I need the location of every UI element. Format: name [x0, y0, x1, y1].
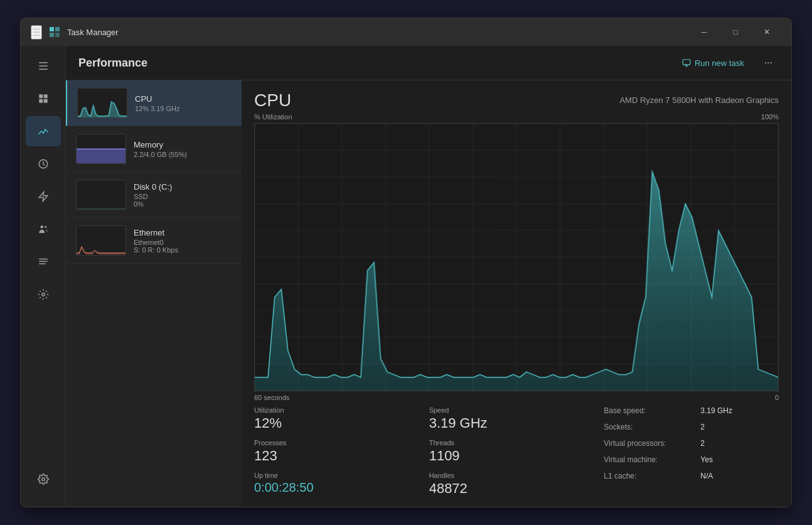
stat-uptime: Up time 0:00:28:50: [254, 472, 429, 495]
speed-label: Speed: [429, 406, 604, 414]
cpu-mini-chart: [77, 88, 127, 118]
svg-rect-3: [55, 33, 60, 37]
main-panel: Performance Run new task ···: [66, 46, 791, 507]
disk-mini-canvas: [77, 180, 126, 209]
disk-value: SSD 0%: [134, 193, 232, 208]
cpu-header: CPU AMD Ryzen 7 5800H with Radeon Graphi…: [254, 90, 779, 111]
detail-virtual-processors: Virtual processors: 2: [604, 439, 779, 448]
speed-value: 3.19 GHz: [429, 415, 604, 431]
maximize-button[interactable]: □: [721, 22, 750, 42]
ethernet-mini-canvas: [77, 226, 126, 255]
header-actions: Run new task ···: [676, 53, 779, 72]
more-options-button[interactable]: ···: [758, 53, 779, 72]
svg-point-12: [40, 225, 43, 229]
memory-value: 2.2/4.0 GB (55%): [134, 151, 232, 158]
base-speed-label: Base speed:: [604, 406, 685, 415]
sidebar-item-startup[interactable]: [26, 181, 61, 212]
zero-label: 0: [775, 394, 779, 401]
ethernet-mini-chart: [76, 225, 126, 256]
titlebar: ☰ Task Manager ─ □ ✕: [21, 18, 791, 46]
page-title: Performance: [78, 57, 676, 70]
sidebar-item-settings[interactable]: [26, 464, 61, 494]
svg-rect-19: [683, 60, 690, 65]
svg-point-13: [45, 226, 46, 228]
run-task-label: Run new task: [695, 58, 744, 68]
handles-label: Handles: [429, 472, 604, 479]
stat-threads: Threads 1109: [429, 439, 604, 464]
sidebar-item-performance[interactable]: [26, 116, 61, 146]
utilization-label: Utilization: [254, 406, 429, 414]
uptime-value: 0:00:28:50: [254, 480, 429, 495]
cpu-chart-canvas: [255, 124, 778, 391]
titlebar-controls: ─ □ ✕: [690, 22, 781, 42]
stats-grid: Utilization 12% Processes 123 Up time 0:…: [254, 406, 779, 497]
perf-item-disk[interactable]: Disk 0 (C:) SSD 0%: [66, 172, 242, 218]
cpu-info: CPU 12% 3.19 GHz: [135, 94, 232, 112]
perf-item-ethernet[interactable]: Ethernet Ethernet0 S: 0 R: 0 Kbps: [66, 218, 242, 264]
stat-group-left: Utilization 12% Processes 123 Up time 0:…: [254, 406, 429, 497]
cpu-title: CPU: [254, 90, 291, 111]
utilization-value: 12%: [254, 415, 429, 431]
svg-rect-14: [39, 259, 48, 260]
stat-group-mid: Speed 3.19 GHz Threads 1109 Handles 4887…: [429, 406, 604, 497]
svg-rect-5: [39, 65, 48, 67]
threads-label: Threads: [429, 439, 604, 447]
l1-cache-label: L1 cache:: [604, 472, 685, 480]
uptime-label: Up time: [254, 472, 429, 479]
stat-group-right: Base speed: 3.19 GHz Sockets: 2 Virtual …: [604, 406, 779, 497]
svg-point-17: [41, 293, 45, 296]
detail-virtual-machine: Virtual machine: Yes: [604, 455, 779, 464]
svg-rect-15: [39, 261, 48, 262]
menu-icon[interactable]: ☰: [31, 25, 42, 40]
stat-processes: Processes 123: [254, 439, 429, 464]
cpu-model: AMD Ryzen 7 5800H with Radeon Graphics: [619, 90, 779, 105]
window-content: Performance Run new task ···: [21, 46, 791, 507]
svg-point-18: [41, 478, 45, 481]
virtual-machine-label: Virtual machine:: [604, 455, 685, 464]
svg-rect-8: [43, 94, 47, 98]
run-new-task-button[interactable]: Run new task: [676, 55, 751, 72]
perf-item-memory[interactable]: Memory 2.2/4.0 GB (55%): [66, 126, 242, 172]
detail-base-speed: Base speed: 3.19 GHz: [604, 406, 779, 415]
utilization-labels: % Utilization 100%: [254, 113, 779, 121]
sidebar-bottom: [26, 464, 61, 502]
ethernet-name: Ethernet: [134, 228, 232, 237]
ethernet-value: Ethernet0 S: 0 R: 0 Kbps: [134, 239, 232, 254]
cpu-value: 12% 3.19 GHz: [135, 105, 232, 112]
chart-footer: 60 seconds 0: [254, 391, 779, 406]
svg-rect-10: [43, 99, 47, 103]
virtual-processors-value: 2: [700, 439, 705, 448]
processes-value: 123: [254, 448, 429, 464]
body: CPU 12% 3.19 GHz Memory 2.2/4.0 GB (55%): [66, 80, 791, 507]
sidebar-item-services[interactable]: [26, 279, 61, 310]
sockets-label: Sockets:: [604, 423, 685, 431]
left-panel: CPU 12% 3.19 GHz Memory 2.2/4.0 GB (55%): [66, 80, 242, 507]
svg-rect-7: [39, 94, 43, 98]
svg-rect-0: [50, 27, 54, 31]
svg-rect-6: [39, 69, 48, 70]
stat-handles: Handles 48872: [429, 472, 604, 497]
utilization-text: % Utilization: [254, 113, 292, 121]
perf-item-cpu[interactable]: CPU 12% 3.19 GHz: [66, 80, 242, 126]
detail-sockets: Sockets: 2: [604, 423, 779, 431]
sidebar-item-users[interactable]: [26, 214, 61, 244]
sidebar-item-history[interactable]: [26, 149, 61, 179]
virtual-machine-value: Yes: [700, 455, 713, 464]
svg-rect-16: [39, 263, 46, 264]
disk-name: Disk 0 (C:): [134, 182, 232, 192]
cpu-chart: [254, 123, 779, 391]
cpu-mini-canvas: [78, 89, 127, 117]
memory-info: Memory 2.2/4.0 GB (55%): [134, 140, 232, 158]
sidebar-item-processes[interactable]: [26, 84, 61, 114]
detail-l1-cache: L1 cache: N/A: [604, 472, 779, 480]
sidebar-item-menu[interactable]: [26, 51, 61, 81]
max-label: 100%: [761, 113, 779, 121]
app-icon: [48, 26, 61, 38]
base-speed-value: 3.19 GHz: [700, 406, 732, 415]
svg-rect-9: [39, 99, 43, 103]
sidebar-item-details[interactable]: [26, 247, 61, 277]
page-header: Performance Run new task ···: [66, 46, 791, 80]
minimize-button[interactable]: ─: [690, 22, 719, 42]
stat-speed: Speed 3.19 GHz: [429, 406, 604, 431]
close-button[interactable]: ✕: [752, 22, 781, 42]
